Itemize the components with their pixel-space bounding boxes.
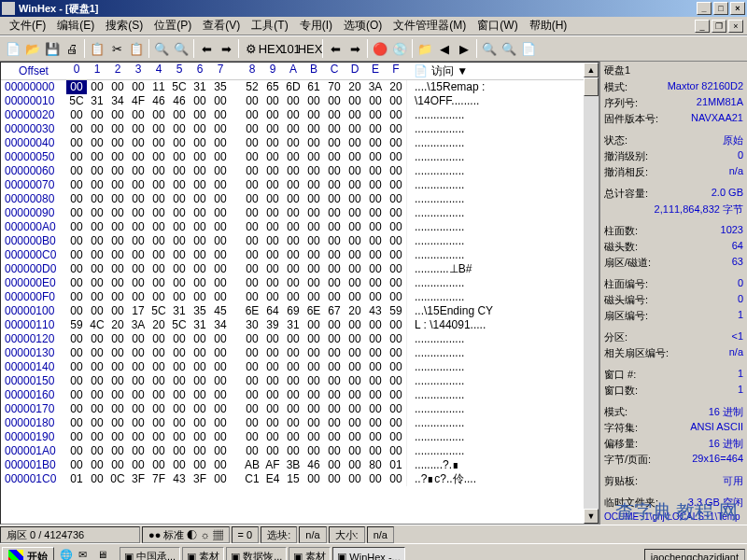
toolbar-button[interactable]: 📂 [23, 39, 42, 58]
toolbar-button[interactable]: ⬅ [326, 39, 345, 58]
byte-col-header[interactable]: 2 [107, 63, 128, 79]
close-button[interactable]: × [730, 2, 745, 15]
byte-col-header[interactable]: 0 [66, 63, 87, 79]
hex-row[interactable]: 0000019000000000000000000000000000000000… [1, 430, 599, 444]
hex-row[interactable]: 000000E000000000000000000000000000000000… [1, 276, 599, 290]
hex-row[interactable]: 0000008000000000000000000000000000000000… [1, 192, 599, 206]
hex-row[interactable]: 0000014000000000000000000000000000000000… [1, 360, 599, 374]
menu-item[interactable]: 选项(O) [338, 16, 388, 35]
scroll-thumb[interactable] [584, 77, 599, 96]
hex-row[interactable]: 00000110594C203A205C31343039310000000000… [1, 318, 599, 332]
hex-row[interactable]: 0000003000000000000000000000000000000000… [1, 122, 599, 136]
toolbar-button[interactable]: HEX [301, 39, 319, 58]
ascii-header[interactable]: 📄访问 ▼ [406, 63, 599, 79]
menu-item[interactable]: 工具(T) [246, 16, 293, 35]
hex-row[interactable]: 0000018000000000000000000000000000000000… [1, 416, 599, 430]
ql-icon[interactable]: 🌐 [60, 549, 77, 561]
toolbar-button[interactable]: HEX [261, 39, 280, 58]
hex-row[interactable]: 000001A000000000000000000000000000000000… [1, 444, 599, 458]
taskbar-task[interactable]: ▣中国承... [120, 547, 180, 561]
byte-col-header[interactable]: 6 [190, 63, 210, 79]
toolbar-button[interactable]: 📁 [416, 39, 434, 58]
menu-item[interactable]: 专用(I) [294, 16, 338, 35]
child-restore-button[interactable]: ❐ [712, 20, 726, 33]
hex-row[interactable]: 0000000000000000115C313552656D6170203A20… [1, 80, 599, 94]
hex-row[interactable]: 0000006000000000000000000000000000000000… [1, 164, 599, 178]
menu-item[interactable]: 编辑(E) [51, 16, 100, 35]
toolbar-button[interactable]: 🔍 [172, 39, 190, 58]
hex-row[interactable]: 00000100000000175C3135456E64696E67204359… [1, 304, 599, 318]
hex-row[interactable]: 0000005000000000000000000000000000000000… [1, 150, 599, 164]
byte-col-header[interactable]: 3 [128, 63, 148, 79]
toolbar-button[interactable]: 💾 [43, 39, 62, 58]
toolbar-button[interactable]: 📄 [519, 39, 538, 58]
hex-row[interactable]: 000001B00000000000000000ABAF3B4600008001… [1, 458, 599, 472]
byte-col-header[interactable]: 7 [210, 63, 231, 79]
toolbar-button[interactable]: ◀ [435, 39, 454, 58]
hex-body[interactable]: 0000000000000000115C313552656D6170203A20… [1, 80, 599, 486]
maximize-button[interactable]: □ [713, 2, 728, 15]
hex-row[interactable]: 000000A000000000000000000000000000000000… [1, 220, 599, 234]
hex-row[interactable]: 0000015000000000000000000000000000000000… [1, 374, 599, 388]
hex-row[interactable]: 0000002000000000000000000000000000000000… [1, 108, 599, 122]
hex-row[interactable]: 0000007000000000000000000000000000000000… [1, 178, 599, 192]
taskbar-task[interactable]: ▣WinHex -... [332, 547, 404, 561]
hex-row[interactable]: 000000B000000000000000000000000000000000… [1, 234, 599, 248]
byte-col-header[interactable]: 1 [87, 63, 107, 79]
menu-item[interactable]: 文件管理器(M) [388, 16, 472, 35]
menu-item[interactable]: 文件(F) [4, 16, 51, 35]
scroll-up-button[interactable]: ▲ [584, 63, 599, 77]
taskbar-task[interactable]: ▣素材 [182, 547, 224, 561]
hex-row[interactable]: 000000D000000000000000000000000000000000… [1, 262, 599, 276]
minimize-button[interactable]: _ [697, 2, 712, 15]
child-minimize-button[interactable]: _ [695, 20, 710, 33]
taskbar-task[interactable]: ▣素材 [289, 547, 331, 561]
menu-item[interactable]: 帮助(H) [524, 16, 573, 35]
toolbar-button[interactable]: ➡ [217, 39, 235, 58]
hex-row[interactable]: 0000013000000000000000000000000000000000… [1, 346, 599, 360]
hex-row[interactable]: 0000016000000000000000000000000000000000… [1, 388, 599, 402]
toolbar-button[interactable]: 🔍 [152, 39, 171, 58]
ql-icon[interactable]: 🖥 [97, 549, 114, 561]
offset-header[interactable]: Offset [1, 63, 66, 79]
byte-col-header[interactable]: E [365, 63, 386, 79]
byte-col-header[interactable]: D [345, 63, 365, 79]
start-button[interactable]: 开始 [2, 547, 54, 561]
scroll-down-button[interactable]: ▼ [584, 509, 599, 524]
vertical-scrollbar[interactable]: ▲ ▼ [584, 63, 599, 524]
toolbar-button[interactable]: 📄 [4, 39, 22, 58]
ql-icon[interactable]: ✉ [78, 549, 95, 561]
hex-row[interactable]: 000000F000000000000000000000000000000000… [1, 290, 599, 304]
byte-col-header[interactable]: F [386, 63, 406, 79]
menu-item[interactable]: 查看(V) [197, 16, 246, 35]
hex-row[interactable]: 0000017000000000000000000000000000000000… [1, 402, 599, 416]
byte-col-header[interactable]: 5 [169, 63, 190, 79]
menu-item[interactable]: 搜索(S) [100, 16, 148, 35]
byte-col-header[interactable]: 8 [242, 63, 262, 79]
byte-col-header[interactable]: B [303, 63, 324, 79]
taskbar-task[interactable]: ▣数据恢... [226, 547, 287, 561]
toolbar-button[interactable]: 🔍 [500, 39, 518, 58]
toolbar-button[interactable]: 🔴 [371, 39, 389, 58]
toolbar-button[interactable]: ➡ [345, 39, 364, 58]
toolbar-button[interactable]: ✂ [107, 39, 126, 58]
hex-row[interactable]: 0000009000000000000000000000000000000000… [1, 206, 599, 220]
status-icons[interactable]: ●● 标准 ◐ ☼ ▦ [142, 526, 230, 543]
hex-row[interactable]: 0000004000000000000000000000000000000000… [1, 136, 599, 150]
byte-col-header[interactable]: C [324, 63, 345, 79]
hex-row[interactable]: 000000105C31344F464600000000000000000000… [1, 94, 599, 108]
system-tray[interactable]: iaochengchazidiant [644, 549, 745, 561]
toolbar-button[interactable]: ⬅ [197, 39, 216, 58]
hex-row[interactable]: 000000C000000000000000000000000000000000… [1, 248, 599, 262]
toolbar-button[interactable]: 📋 [88, 39, 106, 58]
menu-item[interactable]: 位置(P) [148, 16, 197, 35]
hex-row[interactable]: 000001C001000C3F7F433F00C1E4150000000000… [1, 472, 599, 486]
toolbar-button[interactable]: 💿 [390, 39, 409, 58]
toolbar-button[interactable]: 🔍 [480, 39, 499, 58]
toolbar-button[interactable]: 🖨 [63, 39, 81, 58]
toolbar-button[interactable]: ▶ [455, 39, 473, 58]
byte-col-header[interactable]: 4 [148, 63, 169, 79]
byte-col-header[interactable]: A [283, 63, 303, 79]
toolbar-button[interactable]: 📋 [127, 39, 146, 58]
hex-row[interactable]: 0000012000000000000000000000000000000000… [1, 332, 599, 346]
